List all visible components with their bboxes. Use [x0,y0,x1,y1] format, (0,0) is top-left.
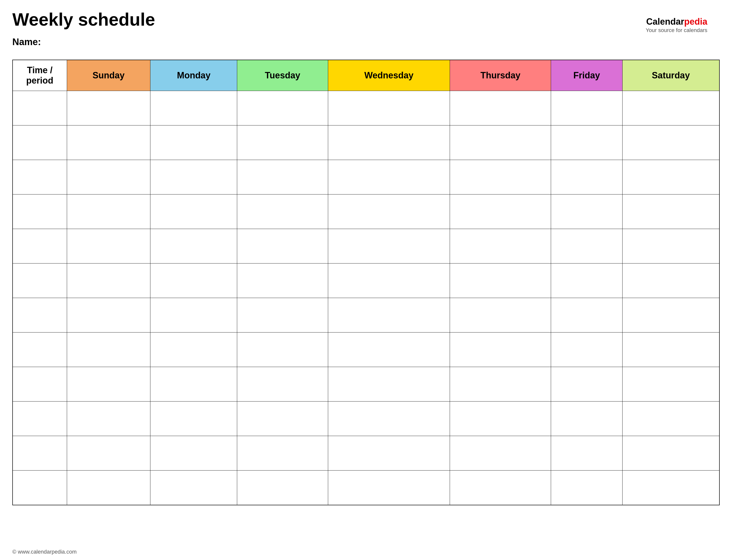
tuesday-cell[interactable] [237,298,328,333]
tuesday-cell[interactable] [237,333,328,367]
time-cell[interactable] [13,298,67,333]
friday-cell[interactable] [551,125,622,160]
table-row [13,229,719,263]
thursday-cell[interactable] [450,263,551,298]
tuesday-cell[interactable] [237,367,328,402]
thursday-cell[interactable] [450,436,551,471]
monday-cell[interactable] [150,298,237,333]
thursday-cell[interactable] [450,367,551,402]
monday-cell[interactable] [150,333,237,367]
sunday-cell[interactable] [67,160,150,194]
wednesday-cell[interactable] [328,194,450,229]
thursday-cell[interactable] [450,471,551,505]
sunday-cell[interactable] [67,91,150,125]
wednesday-cell[interactable] [328,229,450,263]
time-cell[interactable] [13,91,67,125]
friday-cell[interactable] [551,263,622,298]
monday-cell[interactable] [150,91,237,125]
sunday-cell[interactable] [67,471,150,505]
friday-cell[interactable] [551,402,622,436]
saturday-cell[interactable] [622,194,719,229]
thursday-cell[interactable] [450,91,551,125]
thursday-cell[interactable] [450,194,551,229]
sunday-cell[interactable] [67,125,150,160]
wednesday-cell[interactable] [328,298,450,333]
tuesday-cell[interactable] [237,194,328,229]
friday-cell[interactable] [551,436,622,471]
monday-cell[interactable] [150,160,237,194]
monday-cell[interactable] [150,263,237,298]
saturday-cell[interactable] [622,263,719,298]
time-cell[interactable] [13,125,67,160]
wednesday-cell[interactable] [328,402,450,436]
tuesday-cell[interactable] [237,402,328,436]
monday-cell[interactable] [150,194,237,229]
saturday-cell[interactable] [622,229,719,263]
monday-cell[interactable] [150,125,237,160]
friday-cell[interactable] [551,333,622,367]
sunday-cell[interactable] [67,194,150,229]
wednesday-cell[interactable] [328,125,450,160]
time-cell[interactable] [13,333,67,367]
sunday-cell[interactable] [67,367,150,402]
thursday-cell[interactable] [450,229,551,263]
saturday-cell[interactable] [622,333,719,367]
sunday-cell[interactable] [67,436,150,471]
thursday-cell[interactable] [450,298,551,333]
thursday-cell[interactable] [450,402,551,436]
header-time-period: Time / period [13,60,67,91]
time-cell[interactable] [13,367,67,402]
wednesday-cell[interactable] [328,367,450,402]
friday-cell[interactable] [551,471,622,505]
saturday-cell[interactable] [622,367,719,402]
time-cell[interactable] [13,402,67,436]
wednesday-cell[interactable] [328,91,450,125]
wednesday-cell[interactable] [328,160,450,194]
time-cell[interactable] [13,471,67,505]
thursday-cell[interactable] [450,333,551,367]
tuesday-cell[interactable] [237,160,328,194]
sunday-cell[interactable] [67,333,150,367]
wednesday-cell[interactable] [328,436,450,471]
tuesday-cell[interactable] [237,436,328,471]
time-cell[interactable] [13,194,67,229]
wednesday-cell[interactable] [328,333,450,367]
table-row [13,298,719,333]
monday-cell[interactable] [150,229,237,263]
monday-cell[interactable] [150,367,237,402]
friday-cell[interactable] [551,229,622,263]
friday-cell[interactable] [551,91,622,125]
saturday-cell[interactable] [622,402,719,436]
friday-cell[interactable] [551,298,622,333]
monday-cell[interactable] [150,471,237,505]
header-tuesday: Tuesday [237,60,328,91]
friday-cell[interactable] [551,194,622,229]
monday-cell[interactable] [150,402,237,436]
monday-cell[interactable] [150,436,237,471]
tuesday-cell[interactable] [237,125,328,160]
saturday-cell[interactable] [622,125,719,160]
thursday-cell[interactable] [450,125,551,160]
thursday-cell[interactable] [450,160,551,194]
sunday-cell[interactable] [67,229,150,263]
saturday-cell[interactable] [622,160,719,194]
wednesday-cell[interactable] [328,471,450,505]
tuesday-cell[interactable] [237,471,328,505]
saturday-cell[interactable] [622,471,719,505]
saturday-cell[interactable] [622,298,719,333]
tuesday-cell[interactable] [237,229,328,263]
sunday-cell[interactable] [67,263,150,298]
time-cell[interactable] [13,436,67,471]
time-cell[interactable] [13,160,67,194]
wednesday-cell[interactable] [328,263,450,298]
time-cell[interactable] [13,263,67,298]
saturday-cell[interactable] [622,436,719,471]
sunday-cell[interactable] [67,298,150,333]
time-cell[interactable] [13,229,67,263]
tuesday-cell[interactable] [237,91,328,125]
sunday-cell[interactable] [67,402,150,436]
friday-cell[interactable] [551,367,622,402]
friday-cell[interactable] [551,160,622,194]
saturday-cell[interactable] [622,91,719,125]
tuesday-cell[interactable] [237,263,328,298]
